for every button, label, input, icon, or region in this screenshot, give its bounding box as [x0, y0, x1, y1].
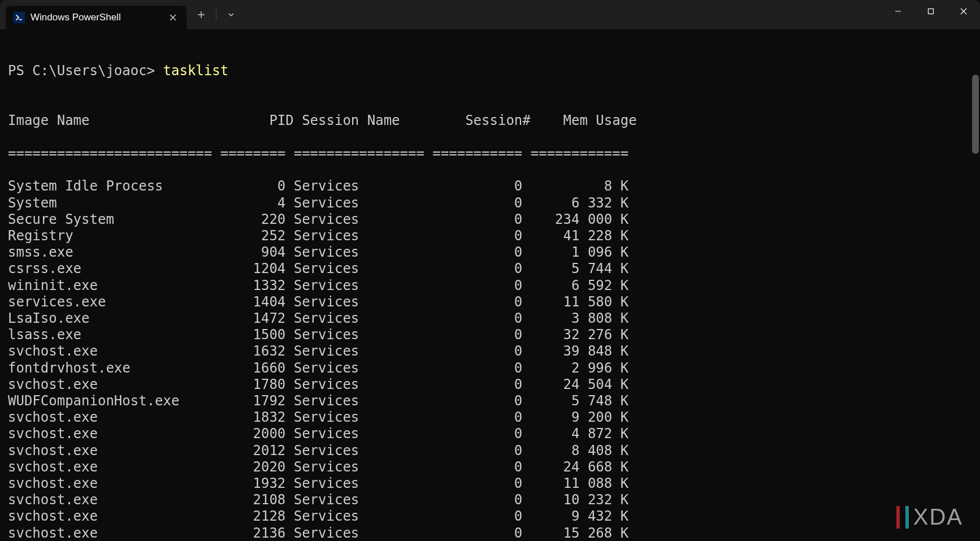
- table-row: System 4 Services 0 6 332 K: [8, 195, 972, 211]
- table-row: svchost.exe 2108 Services 0 10 232 K: [8, 492, 972, 508]
- table-row: svchost.exe 2136 Services 0 15 268 K: [8, 525, 972, 541]
- plus-icon: [197, 11, 205, 19]
- titlebar: Windows PowerShell: [0, 0, 980, 29]
- table-row: svchost.exe 2000 Services 0 4 872 K: [8, 426, 972, 442]
- table-row: services.exe 1404 Services 0 11 580 K: [8, 294, 972, 310]
- table-row: svchost.exe 1932 Services 0 11 088 K: [8, 475, 972, 492]
- maximize-button[interactable]: [914, 0, 947, 23]
- table-row: Secure System 220 Services 0 234 000 K: [8, 211, 972, 228]
- table-row: svchost.exe 1780 Services 0 24 504 K: [8, 376, 972, 393]
- divider: [216, 8, 216, 21]
- table-row: LsaIso.exe 1472 Services 0 3 808 K: [8, 310, 972, 327]
- minimize-button[interactable]: [882, 0, 914, 23]
- table-row: svchost.exe 2020 Services 0 24 668 K: [8, 459, 972, 475]
- tab-close-button[interactable]: [166, 11, 180, 24]
- table-row: Registry 252 Services 0 41 228 K: [8, 228, 972, 244]
- watermark-text: XDA: [913, 504, 963, 530]
- prompt-line: PS C:\Users\joaoc> tasklist: [8, 63, 972, 79]
- table-row: System Idle Process 0 Services 0 8 K: [8, 178, 972, 194]
- watermark: XDA: [896, 504, 963, 530]
- prompt-command: tasklist: [163, 63, 229, 79]
- table-row: csrss.exe 1204 Services 0 5 744 K: [8, 261, 972, 277]
- xda-logo-icon: [896, 506, 909, 529]
- table-row: svchost.exe 1832 Services 0 9 200 K: [8, 409, 972, 426]
- table-row: WUDFCompanionHost.exe 1792 Services 0 5 …: [8, 393, 972, 409]
- close-icon: [960, 8, 967, 15]
- table-row: svchost.exe 2128 Services 0 9 432 K: [8, 508, 972, 525]
- svg-rect-0: [929, 9, 934, 14]
- new-tab-button[interactable]: [190, 3, 213, 26]
- table-separator: ========================= ======== =====…: [8, 145, 972, 162]
- window-controls: [882, 0, 980, 23]
- powershell-icon: [14, 12, 25, 23]
- tab-powershell[interactable]: Windows PowerShell: [6, 6, 187, 29]
- table-row: lsass.exe 1500 Services 0 32 276 K: [8, 327, 972, 343]
- scrollbar-thumb[interactable]: [972, 75, 979, 154]
- table-row: fontdrvhost.exe 1660 Services 0 2 996 K: [8, 360, 972, 376]
- table-row: smss.exe 904 Services 0 1 096 K: [8, 244, 972, 261]
- titlebar-actions: [190, 0, 242, 29]
- terminal-output[interactable]: PS C:\Users\joaoc> tasklist Image Name P…: [0, 29, 980, 541]
- minimize-icon: [895, 8, 901, 15]
- tab-dropdown-button[interactable]: [220, 3, 242, 26]
- maximize-icon: [927, 8, 934, 15]
- table-row: svchost.exe 2012 Services 0 8 408 K: [8, 443, 972, 459]
- chevron-down-icon: [228, 11, 235, 18]
- table-row: wininit.exe 1332 Services 0 6 592 K: [8, 278, 972, 294]
- table-rows: System Idle Process 0 Services 0 8 KSyst…: [8, 178, 972, 541]
- close-window-button[interactable]: [947, 0, 980, 23]
- table-row: svchost.exe 1632 Services 0 39 848 K: [8, 343, 972, 360]
- table-header: Image Name PID Session Name Session# Mem…: [8, 112, 972, 129]
- prompt-prefix: PS C:\Users\joaoc>: [8, 63, 163, 79]
- close-icon: [170, 14, 176, 21]
- tab-title: Windows PowerShell: [31, 12, 121, 23]
